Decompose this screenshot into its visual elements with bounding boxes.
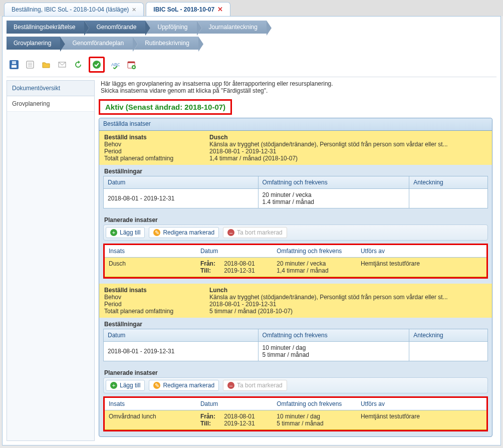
col-insats[interactable]: Insats (105, 245, 196, 258)
action-bar-2: +Lägg till ✎Redigera markerad –Ta bort m… (103, 377, 488, 393)
breadcrumb-top: Beställningsbekräftelse Genomförande Upp… (7, 21, 496, 34)
table-row[interactable]: 2018-08-01 - 2019-12-31 10 minuter / dag… (104, 342, 488, 361)
sub-bestallningar-2: Beställningar (99, 318, 492, 329)
plan-highlight-2: Insats Datum Omfattning och frekvens Utf… (103, 396, 488, 431)
col-anteckning[interactable]: Anteckning (409, 176, 488, 189)
col-omf[interactable]: Omfattning och frekvens (273, 245, 357, 258)
breadcrumb-sub: Grovplanering Genomförandeplan Rutinbesk… (7, 37, 496, 50)
crumb-genomforande[interactable]: Genomförande (84, 21, 145, 34)
main-panel: Beställningsbekräftelse Genomförande Upp… (2, 16, 501, 445)
add-button[interactable]: +Lägg till (106, 227, 145, 238)
table-planerade-2: Insats Datum Omfattning och frekvens Utf… (105, 398, 486, 430)
close-icon[interactable]: ✕ (217, 6, 223, 13)
complete-step-highlight (89, 57, 105, 73)
plus-icon: + (110, 382, 117, 389)
pencil-icon: ✎ (153, 229, 160, 236)
table-row[interactable]: Dusch Från: 2018-08-01 Till: 2019-12-31 … (105, 258, 486, 277)
svg-rect-1 (12, 65, 17, 68)
order-block-lunch: Beställd insatsLunch BehovKänsla av tryg… (99, 284, 492, 318)
col-utfors[interactable]: Utförs av (357, 245, 456, 258)
panel-title: Beställda insatser (99, 118, 492, 131)
minus-icon: – (227, 229, 234, 236)
panel-bestallda-insatser: Beställda insatser Beställd insatsDusch … (99, 118, 492, 437)
mail-icon[interactable] (57, 59, 68, 70)
status-active: Aktiv (Senast ändrad: 2018-10-07) (99, 99, 232, 115)
table-row[interactable]: Omvårdnad lunch Från: 2018-08-01 Till: 2… (105, 410, 486, 430)
table-planerade-1: Insats Datum Omfattning och frekvens Utf… (105, 245, 486, 277)
crumb-grovplanering[interactable]: Grovplanering (7, 37, 60, 50)
notes-icon[interactable] (25, 59, 36, 70)
crumb-rutinbeskrivning[interactable]: Rutinbeskrivning (133, 37, 198, 50)
col-datum[interactable]: Datum (196, 398, 273, 410)
sub-planerade-2: Planerade insatser (99, 366, 492, 377)
crumb-uppfoljning[interactable]: Uppföljning (145, 21, 196, 34)
sidebar: Dokumentöversikt Grovplanering (7, 80, 95, 441)
col-datum[interactable]: Datum (104, 176, 259, 189)
edit-button[interactable]: ✎Redigera markerad (149, 227, 219, 238)
col-omf[interactable]: Omfattning och frekvens (258, 329, 409, 342)
sub-planerade-1: Planerade insatser (99, 213, 492, 225)
plus-icon: + (110, 229, 117, 236)
svg-rect-2 (12, 61, 16, 64)
minus-icon: – (227, 382, 234, 389)
svg-text:ABC: ABC (111, 62, 120, 67)
crumb-bestallningsbekraftelse[interactable]: Beställningsbekräftelse (7, 21, 84, 34)
instructions: Här läggs en grovplanering av insatserna… (99, 80, 492, 94)
page-tab-inactive-label: Beställning, IBIC SoL - 2018-10-04 (läsl… (12, 6, 129, 13)
refresh-icon[interactable] (73, 59, 84, 70)
table-bestallningar-2: Datum Omfattning och frekvens Anteckning… (103, 329, 488, 361)
col-datum[interactable]: Datum (196, 245, 273, 258)
col-omf[interactable]: Omfattning och frekvens (258, 176, 409, 189)
crumb-genomforandeplan[interactable]: Genomförandeplan (60, 37, 133, 50)
col-datum[interactable]: Datum (104, 329, 259, 342)
calendar-add-icon[interactable] (126, 59, 137, 70)
action-bar-1: +Lägg till ✎Redigera markerad –Ta bort m… (103, 225, 488, 241)
sidebar-header: Dokumentöversikt (7, 81, 94, 96)
col-insats[interactable]: Insats (105, 398, 196, 410)
svg-rect-11 (128, 62, 135, 63)
plan-highlight-1: Insats Datum Omfattning och frekvens Utf… (103, 244, 488, 279)
folder-icon[interactable] (41, 59, 52, 70)
page-tab-inactive[interactable]: Beställning, IBIC SoL - 2018-10-04 (läsl… (4, 3, 144, 16)
check-icon[interactable] (91, 59, 102, 70)
toolbar: ABC (7, 53, 496, 77)
content-area: Här läggs en grovplanering av insatserna… (95, 80, 496, 441)
table-bestallningar-1: Datum Omfattning och frekvens Anteckning… (103, 176, 488, 208)
spellcheck-icon[interactable]: ABC (110, 59, 121, 70)
edit-button[interactable]: ✎Redigera markerad (149, 380, 219, 391)
sub-bestallningar-1: Beställningar (99, 165, 492, 176)
page-tab-active-label: IBIC SoL - 2018-10-07 (153, 6, 214, 13)
save-icon[interactable] (9, 59, 20, 70)
page-tabs: Beställning, IBIC SoL - 2018-10-04 (läsl… (0, 0, 503, 16)
add-button[interactable]: +Lägg till (106, 380, 145, 391)
delete-button: –Ta bort markerad (223, 380, 287, 391)
order-block-dusch: Beställd insatsDusch BehovKänsla av tryg… (99, 131, 492, 165)
col-omf[interactable]: Omfattning och frekvens (273, 398, 357, 410)
col-anteckning[interactable]: Anteckning (409, 329, 488, 342)
close-icon[interactable]: ✕ (132, 7, 136, 13)
svg-point-8 (93, 61, 101, 69)
page-tab-active[interactable]: IBIC SoL - 2018-10-07 ✕ (146, 2, 230, 16)
pencil-icon: ✎ (153, 382, 160, 389)
table-row[interactable]: 2018-08-01 - 2019-12-31 20 minuter / vec… (104, 189, 488, 208)
sidebar-item-grovplanering[interactable]: Grovplanering (7, 96, 94, 112)
crumb-journalanteckning[interactable]: Journalanteckning (197, 21, 267, 34)
col-utfors[interactable]: Utförs av (357, 398, 456, 410)
delete-button: –Ta bort markerad (223, 227, 287, 238)
